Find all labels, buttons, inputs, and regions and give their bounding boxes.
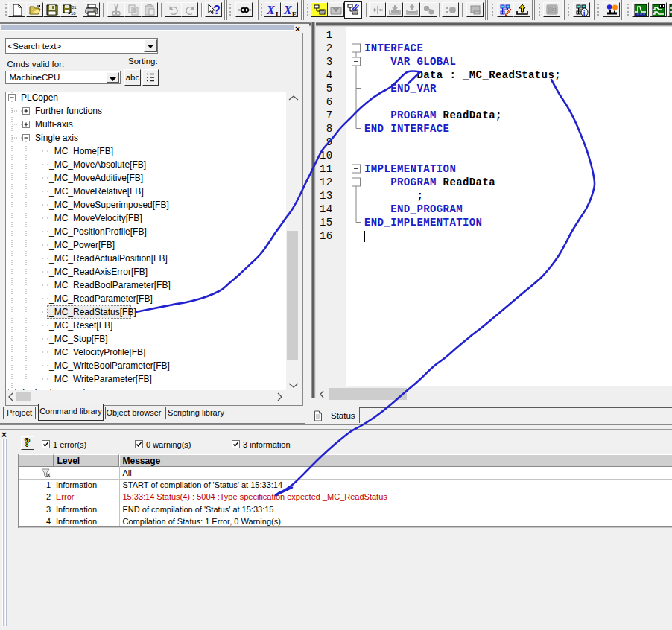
svg-text:I: I bbox=[276, 10, 279, 17]
svg-text:01: 01 bbox=[72, 5, 77, 10]
svg-text:X: X bbox=[283, 4, 292, 16]
svg-text:i: i bbox=[583, 9, 585, 17]
svg-text:E: E bbox=[292, 10, 297, 17]
svg-text:10: 10 bbox=[71, 11, 76, 16]
svg-text:X: X bbox=[266, 4, 275, 16]
